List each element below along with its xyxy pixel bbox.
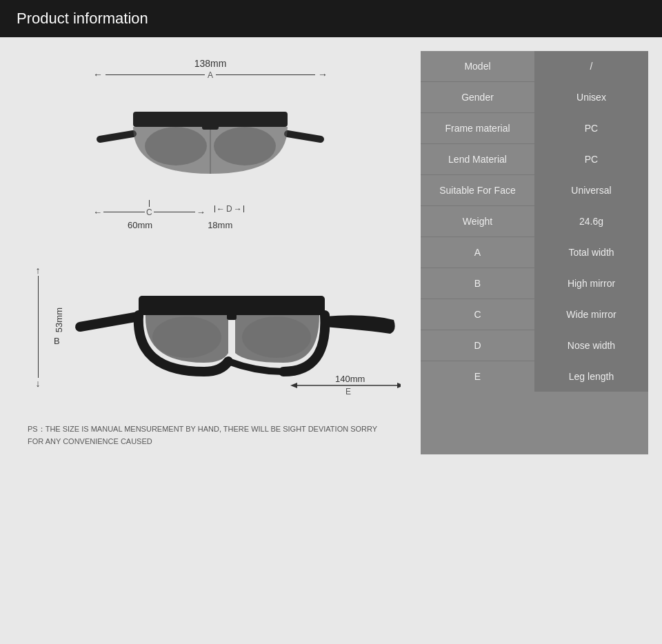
height-value-label: 53mm (54, 308, 64, 332)
table-row: Frame materialPC (421, 113, 648, 144)
svg-text:140mm: 140mm (335, 374, 365, 384)
table-row: GenderUnisex (421, 82, 648, 113)
top-width-a-label: A (208, 70, 213, 80)
up-arrow-icon: ↑ (36, 265, 41, 276)
d-dimension: ← D → (214, 204, 244, 214)
svg-text:E: E (345, 387, 351, 396)
page-header: Product information (0, 0, 662, 37)
c-dimension: ← C → (93, 200, 210, 217)
table-row: Model/ (421, 51, 648, 82)
bottom-dimensions: ← C → ← D → (93, 200, 328, 217)
table-row: Lend MaterialPC (421, 144, 648, 175)
lens-width-value: 60mm (128, 220, 152, 230)
svg-line-7 (80, 316, 139, 327)
table-value: High mirror (534, 268, 648, 299)
table-value: Total width (534, 237, 648, 268)
table-row: BHigh mirror (421, 268, 648, 299)
down-arrow-icon: ↓ (36, 378, 41, 389)
table-label: C (421, 299, 534, 330)
svg-point-10 (242, 316, 311, 358)
table-label: Gender (421, 82, 534, 113)
height-label: ↑ ↓ (28, 251, 48, 403)
height-arrow: ↑ ↓ (36, 265, 41, 389)
table-value: Wide mirror (534, 299, 648, 330)
glasses-top-section: 138mm ← A → (14, 51, 407, 230)
table-label: Model (421, 51, 534, 82)
product-info-table: Model/GenderUnisexFrame materialPCLend M… (421, 51, 648, 392)
d-arrow-left: ← (217, 204, 225, 214)
arrow-line-left (106, 74, 205, 75)
arrow-right-icon: → (318, 69, 328, 80)
main-content: 138mm ← A → (0, 37, 662, 468)
nose-width-value: 18mm (208, 220, 232, 230)
table-label: D (421, 330, 534, 361)
table-label: Suitable For Face (421, 175, 534, 206)
glasses-side-section: ↑ ↓ 53mm B (14, 244, 407, 410)
table-label: A (421, 237, 534, 268)
table-label: Frame material (421, 113, 534, 144)
svg-marker-14 (397, 383, 401, 388)
b-label: B (54, 336, 64, 346)
top-width-arrow: ← A → (93, 69, 328, 80)
svg-rect-6 (202, 124, 219, 130)
side-labels: 53mm B (54, 251, 64, 403)
table-label: E (421, 361, 534, 392)
glasses-top-image (93, 84, 328, 194)
d-label-text: D (226, 204, 232, 214)
c-arrow-right: → (197, 207, 205, 217)
c-arrow-left: ← (93, 207, 102, 217)
table-row: ELeg length (421, 361, 648, 392)
table-value: PC (534, 113, 648, 144)
table-value: 24.6g (534, 206, 648, 237)
table-value: Leg length (534, 361, 648, 392)
ps-note: PS：THE SIZE IS MANUAL MENSUREMENT BY HAN… (14, 416, 400, 454)
table-value: PC (534, 144, 648, 175)
c-label: C (146, 208, 152, 217)
d-arrow-right: → (234, 204, 242, 214)
dim-labels-row: 60mm 18mm (93, 220, 328, 230)
table-row: Weight24.6g (421, 206, 648, 237)
vert-line (38, 276, 39, 378)
table-row: DNose width (421, 330, 648, 361)
table-row: ATotal width (421, 237, 648, 268)
table-value: Unisex (534, 82, 648, 113)
table-label: Lend Material (421, 144, 534, 175)
svg-point-5 (214, 127, 276, 165)
svg-line-0 (100, 134, 133, 139)
svg-point-4 (145, 127, 207, 165)
top-width-value: 138mm (194, 58, 227, 69)
glasses-top-svg (93, 84, 328, 194)
table-row: Suitable For FaceUniversal (421, 175, 648, 206)
table-value: Universal (534, 175, 648, 206)
arrow-line-right (216, 74, 315, 75)
svg-point-9 (152, 316, 221, 358)
left-panel: 138mm ← A → (14, 51, 407, 454)
table-row: CWide mirror (421, 299, 648, 330)
header-title: Product information (17, 10, 148, 27)
svg-rect-11 (227, 312, 237, 320)
right-panel: Model/GenderUnisexFrame materialPCLend M… (421, 51, 648, 454)
arrow-left-icon: ← (93, 69, 103, 80)
svg-marker-13 (290, 383, 297, 388)
glasses-side-content: 140mm E (70, 251, 407, 403)
table-label: B (421, 268, 534, 299)
table-value: / (534, 51, 648, 82)
table-value: Nose width (534, 330, 648, 361)
glasses-side-svg: 140mm E (70, 251, 401, 403)
table-label: Weight (421, 206, 534, 237)
top-width-dimension: 138mm ← A → (93, 58, 328, 80)
svg-line-1 (288, 134, 321, 139)
